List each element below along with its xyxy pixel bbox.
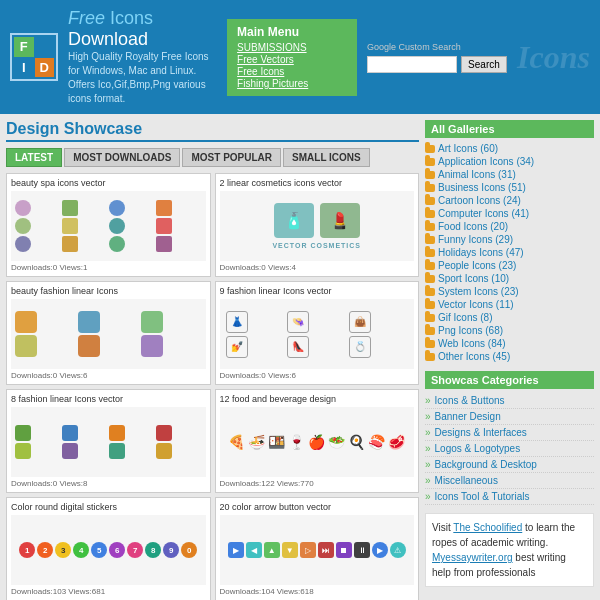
gallery-title-2: beauty fashion linear Icons: [11, 286, 206, 296]
gallery-list-item-10[interactable]: Sport Icons (10): [425, 272, 594, 285]
gallery-item-3[interactable]: 9 fashion linear Icons vector 👗 👒 👜 💅 👠 …: [215, 281, 420, 385]
ad-link2[interactable]: Myessaywriter.org: [432, 552, 513, 563]
logo-f: F: [14, 37, 34, 57]
gallery-list-item-5[interactable]: Computer Icons (41): [425, 207, 594, 220]
showcase-item-2[interactable]: »Designs & Interfaces: [425, 425, 594, 441]
gallery-list-item-13[interactable]: Gif Icons (8): [425, 311, 594, 324]
folder-icon: [425, 288, 435, 296]
gallery-item-4[interactable]: 8 fashion linear Icons vector Downloads:…: [6, 389, 211, 493]
gallery-item-name-7: Funny Icons (29): [438, 234, 513, 245]
gallery-item-1[interactable]: 2 linear cosmetics icons vector 🧴 💄 VECT…: [215, 173, 420, 277]
menu-submissions[interactable]: SUBMISSIONS: [237, 42, 347, 53]
gallery-list-item-11[interactable]: System Icons (23): [425, 285, 594, 298]
showcase-item-4[interactable]: »Background & Desktop: [425, 457, 594, 473]
gallery-downloads-0: Downloads:0 Views:1: [11, 263, 206, 272]
folder-icon: [425, 197, 435, 205]
gallery-downloads-6: Downloads:103 Views:681: [11, 587, 206, 596]
arrow-icon-0: »: [425, 395, 431, 406]
arrow-icon-3: »: [425, 443, 431, 454]
folder-icon: [425, 301, 435, 309]
gallery-list-item-0[interactable]: Art Icons (60): [425, 142, 594, 155]
gallery-item-0[interactable]: beauty spa icons vector: [6, 173, 211, 277]
gallery-list-item-15[interactable]: Web Icons (84): [425, 337, 594, 350]
gallery-item-2[interactable]: beauty fashion linear Icons Downloads:0 …: [6, 281, 211, 385]
search-input[interactable]: [367, 56, 457, 73]
gallery-downloads-7: Downloads:104 Views:618: [220, 587, 415, 596]
showcase-item-0[interactable]: »Icons & Buttons: [425, 393, 594, 409]
arrow-icon-6: »: [425, 491, 431, 502]
showcase-item-1[interactable]: »Banner Design: [425, 409, 594, 425]
filter-tabs: LATEST MOST DOWNLOADS MOST POPULAR SMALL…: [6, 148, 419, 167]
gallery-item-6[interactable]: Color round digital stickers 1 2 3 4 5 6…: [6, 497, 211, 600]
gallery-thumb-7: ▶ ◀ ▲ ▼ ▷ ⏭ ⏹ ⏸ ▶ ⚠: [220, 515, 415, 585]
logo-d: D: [35, 58, 55, 78]
gallery-list-item-6[interactable]: Food Icons (20): [425, 220, 594, 233]
showcase-list: »Icons & Buttons »Banner Design »Designs…: [425, 393, 594, 505]
gallery-thumb-0: [11, 191, 206, 261]
gallery-thumb-6: 1 2 3 4 5 6 7 8 9 0: [11, 515, 206, 585]
tab-most-popular[interactable]: MOST POPULAR: [182, 148, 281, 167]
title-icons: Icons: [110, 8, 153, 28]
gallery-item-7[interactable]: 20 color arrow button vector ▶ ◀ ▲ ▼ ▷ ⏭…: [215, 497, 420, 600]
gallery-title-4: 8 fashion linear Icons vector: [11, 394, 206, 404]
ad-box: Visit The Schoolified to learn the ropes…: [425, 513, 594, 587]
logo-i: I: [14, 58, 34, 78]
main-layout: Design Showcase LATEST MOST DOWNLOADS MO…: [0, 114, 600, 600]
gallery-list-item-1[interactable]: Application Icons (34): [425, 155, 594, 168]
gallery-item-name-3: Business Icons (51): [438, 182, 526, 193]
logo: F I D: [10, 33, 58, 81]
gallery-item-name-16: Other Icons (45): [438, 351, 510, 362]
gallery-item-name-9: People Icons (23): [438, 260, 516, 271]
title-free: Free: [68, 8, 110, 28]
title-download: Download: [68, 29, 148, 49]
showcase-item-6[interactable]: »Icons Tool & Tutorials: [425, 489, 594, 505]
gallery-list-item-7[interactable]: Funny Icons (29): [425, 233, 594, 246]
menu-vectors[interactable]: Free Vectors: [237, 54, 347, 65]
gallery-list-item-2[interactable]: Animal Icons (31): [425, 168, 594, 181]
showcase-item-5[interactable]: »Miscellaneous: [425, 473, 594, 489]
gallery-downloads-1: Downloads:0 Views:4: [220, 263, 415, 272]
gallery-item-name-12: Vector Icons (11): [438, 299, 514, 310]
gallery-item-name-4: Cartoon Icons (24): [438, 195, 521, 206]
gallery-title-7: 20 color arrow button vector: [220, 502, 415, 512]
search-row: Search: [367, 56, 507, 73]
folder-icon: [425, 184, 435, 192]
gallery-item-name-13: Gif Icons (8): [438, 312, 492, 323]
menu-icons[interactable]: Free Icons: [237, 66, 347, 77]
gallery-list-item-16[interactable]: Other Icons (45): [425, 350, 594, 363]
tab-small-icons[interactable]: SMALL ICONS: [283, 148, 370, 167]
ad-visit: Visit: [432, 522, 453, 533]
gallery-list-item-3[interactable]: Business Icons (51): [425, 181, 594, 194]
gallery-title-1: 2 linear cosmetics icons vector: [220, 178, 415, 188]
search-button[interactable]: Search: [461, 56, 507, 73]
gallery-item-5[interactable]: 12 food and beverage design 🍕 🍜 🍱 🍷 🍎 🥗 …: [215, 389, 420, 493]
gallery-item-name-1: Application Icons (34): [438, 156, 534, 167]
gallery-item-name-15: Web Icons (84): [438, 338, 506, 349]
folder-icon: [425, 262, 435, 270]
gallery-list-item-4[interactable]: Cartoon Icons (24): [425, 194, 594, 207]
gallery-thumb-1: 🧴 💄 VECTOR COSMETICS: [220, 191, 415, 261]
gallery-list-item-12[interactable]: Vector Icons (11): [425, 298, 594, 311]
gallery-list-item-9[interactable]: People Icons (23): [425, 259, 594, 272]
gallery-item-name-8: Holidays Icons (47): [438, 247, 524, 258]
gallery-list-item-14[interactable]: Png Icons (68): [425, 324, 594, 337]
tab-latest[interactable]: LATEST: [6, 148, 62, 167]
menu-fishing[interactable]: Fishing Pictures: [237, 78, 347, 89]
gallery-list: Art Icons (60) Application Icons (34) An…: [425, 142, 594, 363]
left-content: Design Showcase LATEST MOST DOWNLOADS MO…: [6, 120, 419, 600]
gallery-item-name-6: Food Icons (20): [438, 221, 508, 232]
gallery-thumb-2: [11, 299, 206, 369]
ad-link1[interactable]: The Schoolified: [453, 522, 522, 533]
folder-icon: [425, 145, 435, 153]
header: F I D Free Icons Download High Quality R…: [0, 0, 600, 114]
folder-icon: [425, 249, 435, 257]
tab-most-downloads[interactable]: MOST DOWNLOADS: [64, 148, 180, 167]
showcase-item-3[interactable]: »Logos & Logotypes: [425, 441, 594, 457]
folder-icon: [425, 275, 435, 283]
main-menu-title: Main Menu: [237, 25, 347, 39]
folder-icon: [425, 340, 435, 348]
gallery-list-item-8[interactable]: Holidays Icons (47): [425, 246, 594, 259]
site-title: Free Icons Download: [68, 8, 217, 50]
folder-icon: [425, 314, 435, 322]
gallery-grid: beauty spa icons vector: [6, 173, 419, 600]
